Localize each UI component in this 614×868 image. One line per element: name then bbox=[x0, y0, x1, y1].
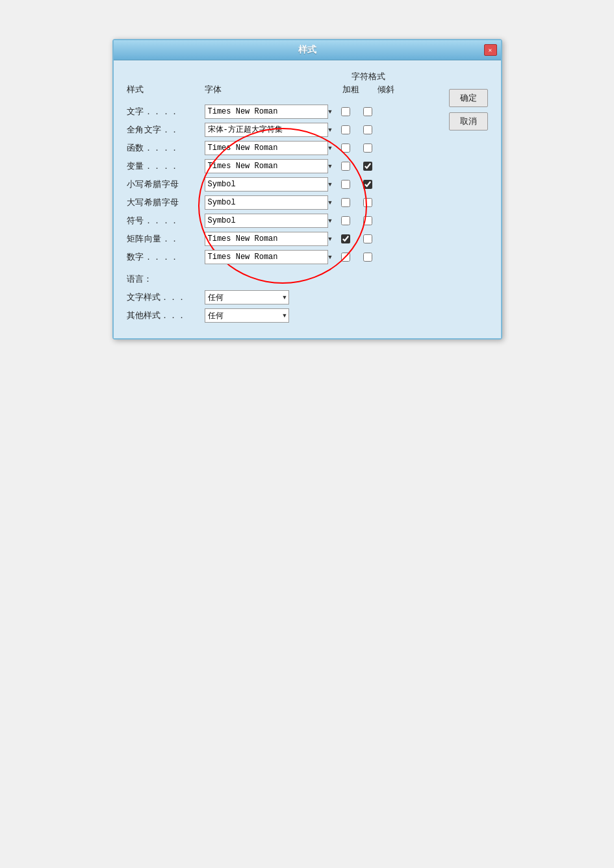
lang-select-0[interactable]: 任何 English Chinese bbox=[205, 290, 289, 304]
format-title: 字符格式 bbox=[352, 71, 385, 82]
table-row: 变量．．．． Times New Roman 宋体-方正超大字符集 Symbol bbox=[127, 158, 439, 175]
bold-cell-7 bbox=[335, 234, 357, 243]
table-area: 样式 字体 字符格式 加粗 倾斜 文字．．．． bbox=[127, 71, 439, 325]
lang-row-1: 其他样式．．． 任何 English Chinese bbox=[127, 307, 439, 324]
italic-checkbox-6[interactable] bbox=[363, 216, 372, 225]
dialog-content: 样式 字体 字符格式 加粗 倾斜 文字．．．． bbox=[114, 60, 501, 338]
style-dialog: 样式 × 样式 字体 字符格式 加粗 倾斜 bbox=[112, 39, 502, 340]
font-select-wrapper-1: 宋体-方正超大字符集 Times New Roman Symbol bbox=[205, 123, 335, 137]
table-row: 全角文字．． 宋体-方正超大字符集 Times New Roman Symbol bbox=[127, 121, 439, 138]
lang-label-1: 其他样式．．． bbox=[127, 310, 205, 321]
table-row: 数字．．．． Times New Roman 宋体-方正超大字符集 Symbol bbox=[127, 249, 439, 266]
font-select-wrapper-4: Symbol Times New Roman 宋体-方正超大字符集 bbox=[205, 177, 335, 192]
bold-cell-0 bbox=[335, 107, 357, 116]
bold-cell-1 bbox=[335, 125, 357, 134]
font-select-wrapper-7: Times New Roman 宋体-方正超大字符集 Symbol bbox=[205, 232, 335, 246]
bold-checkbox-6[interactable] bbox=[341, 216, 350, 225]
italic-checkbox-4[interactable] bbox=[363, 180, 372, 189]
font-select-7[interactable]: Times New Roman 宋体-方正超大字符集 Symbol bbox=[205, 232, 328, 246]
ok-button[interactable]: 确定 bbox=[449, 89, 488, 107]
bold-checkbox-3[interactable] bbox=[341, 162, 350, 171]
bold-checkbox-8[interactable] bbox=[341, 253, 350, 262]
language-title: 语言： bbox=[127, 273, 439, 285]
bold-cell-8 bbox=[335, 253, 357, 262]
italic-checkbox-0[interactable] bbox=[363, 107, 372, 116]
row-label-3: 变量．．．． bbox=[127, 160, 205, 172]
font-select-8[interactable]: Times New Roman 宋体-方正超大字符集 Symbol bbox=[205, 250, 328, 264]
italic-cell-1 bbox=[357, 125, 379, 134]
italic-cell-8 bbox=[357, 253, 379, 262]
table-row: 函数．．．． Times New Roman 宋体-方正超大字符集 Symbol bbox=[127, 140, 439, 156]
row-label-4: 小写希腊字母 bbox=[127, 179, 205, 190]
font-select-wrapper-6: Symbol Times New Roman 宋体-方正超大字符集 bbox=[205, 214, 335, 228]
table-row: 文字．．．． Times New Roman 宋体-方正超大字符集 Symbol bbox=[127, 103, 439, 120]
table-row: 大写希腊字母 Symbol Times New Roman 宋体-方正超大字符集 bbox=[127, 194, 439, 211]
language-section: 语言： 文字样式．．． 任何 English Chinese 其他样式．． bbox=[127, 273, 439, 324]
font-select-4[interactable]: Symbol Times New Roman 宋体-方正超大字符集 bbox=[205, 177, 328, 192]
row-label-2: 函数．．．． bbox=[127, 142, 205, 154]
font-select-wrapper-8: Times New Roman 宋体-方正超大字符集 Symbol bbox=[205, 250, 335, 264]
main-area: 样式 字体 字符格式 加粗 倾斜 文字．．．． bbox=[127, 71, 488, 325]
dialog-title: 样式 bbox=[298, 44, 316, 56]
font-select-2[interactable]: Times New Roman 宋体-方正超大字符集 Symbol bbox=[205, 141, 328, 155]
table-row: 小写希腊字母 Symbol Times New Roman 宋体-方正超大字符集 bbox=[127, 176, 439, 193]
bold-checkbox-4[interactable] bbox=[341, 180, 350, 189]
lang-select-1[interactable]: 任何 English Chinese bbox=[205, 308, 289, 323]
bold-cell-4 bbox=[335, 180, 357, 189]
lang-select-wrapper-1: 任何 English Chinese bbox=[205, 308, 289, 323]
font-select-wrapper-0: Times New Roman 宋体-方正超大字符集 Symbol bbox=[205, 105, 335, 119]
bold-cell-6 bbox=[335, 216, 357, 225]
font-select-wrapper-3: Times New Roman 宋体-方正超大字符集 Symbol bbox=[205, 159, 335, 173]
italic-checkbox-5[interactable] bbox=[363, 198, 372, 207]
italic-cell-7 bbox=[357, 234, 379, 243]
font-select-0[interactable]: Times New Roman 宋体-方正超大字符集 Symbol bbox=[205, 105, 328, 119]
row-label-7: 矩阵向量．． bbox=[127, 233, 205, 245]
bold-checkbox-7[interactable] bbox=[341, 234, 350, 243]
font-select-wrapper-5: Symbol Times New Roman 宋体-方正超大字符集 bbox=[205, 195, 335, 210]
font-select-5[interactable]: Symbol Times New Roman 宋体-方正超大字符集 bbox=[205, 195, 328, 210]
row-label-1: 全角文字．． bbox=[127, 124, 205, 136]
lang-label-0: 文字样式．．． bbox=[127, 291, 205, 303]
font-select-1[interactable]: 宋体-方正超大字符集 Times New Roman Symbol bbox=[205, 123, 328, 137]
title-bar: 样式 × bbox=[114, 40, 501, 60]
row-label-0: 文字．．．． bbox=[127, 106, 205, 118]
italic-checkbox-2[interactable] bbox=[363, 143, 372, 153]
font-select-wrapper-2: Times New Roman 宋体-方正超大字符集 Symbol bbox=[205, 141, 335, 155]
bold-cell-5 bbox=[335, 198, 357, 207]
italic-checkbox-1[interactable] bbox=[363, 125, 372, 134]
format-column-header: 字符格式 加粗 倾斜 bbox=[341, 71, 396, 95]
cancel-button[interactable]: 取消 bbox=[449, 112, 488, 130]
row-label-5: 大写希腊字母 bbox=[127, 197, 205, 208]
italic-cell-3 bbox=[357, 162, 379, 171]
italic-cell-2 bbox=[357, 143, 379, 153]
style-column-header: 样式 bbox=[127, 84, 205, 95]
action-buttons: 确定 取消 bbox=[449, 89, 488, 130]
format-subs: 加粗 倾斜 bbox=[341, 84, 396, 95]
row-label-8: 数字．．．． bbox=[127, 251, 205, 263]
italic-cell-6 bbox=[357, 216, 379, 225]
italic-checkbox-7[interactable] bbox=[363, 234, 372, 243]
font-select-6[interactable]: Symbol Times New Roman 宋体-方正超大字符集 bbox=[205, 214, 328, 228]
italic-cell-0 bbox=[357, 107, 379, 116]
lang-row-0: 文字样式．．． 任何 English Chinese bbox=[127, 289, 439, 306]
bold-checkbox-0[interactable] bbox=[341, 107, 350, 116]
table-row: 符号．．．． Symbol Times New Roman 宋体-方正超大字符集 bbox=[127, 212, 439, 229]
header-row: 样式 字体 字符格式 加粗 倾斜 bbox=[127, 71, 439, 98]
italic-checkbox-8[interactable] bbox=[363, 253, 372, 262]
lang-select-wrapper-0: 任何 English Chinese bbox=[205, 290, 289, 304]
font-column-header: 字体 bbox=[205, 84, 335, 95]
bold-cell-2 bbox=[335, 143, 357, 153]
row-label-6: 符号．．．． bbox=[127, 215, 205, 227]
bold-header: 加粗 bbox=[341, 84, 361, 95]
italic-header: 倾斜 bbox=[376, 84, 396, 95]
italic-cell-5 bbox=[357, 198, 379, 207]
data-rows: 文字．．．． Times New Roman 宋体-方正超大字符集 Symbol bbox=[127, 103, 439, 266]
close-button[interactable]: × bbox=[484, 44, 497, 56]
table-row: 矩阵向量．． Times New Roman 宋体-方正超大字符集 Symbol bbox=[127, 230, 439, 247]
bold-checkbox-5[interactable] bbox=[341, 198, 350, 207]
bold-checkbox-1[interactable] bbox=[341, 125, 350, 134]
italic-checkbox-3[interactable] bbox=[363, 162, 372, 171]
bold-checkbox-2[interactable] bbox=[341, 143, 350, 153]
bold-cell-3 bbox=[335, 162, 357, 171]
font-select-3[interactable]: Times New Roman 宋体-方正超大字符集 Symbol bbox=[205, 159, 328, 173]
